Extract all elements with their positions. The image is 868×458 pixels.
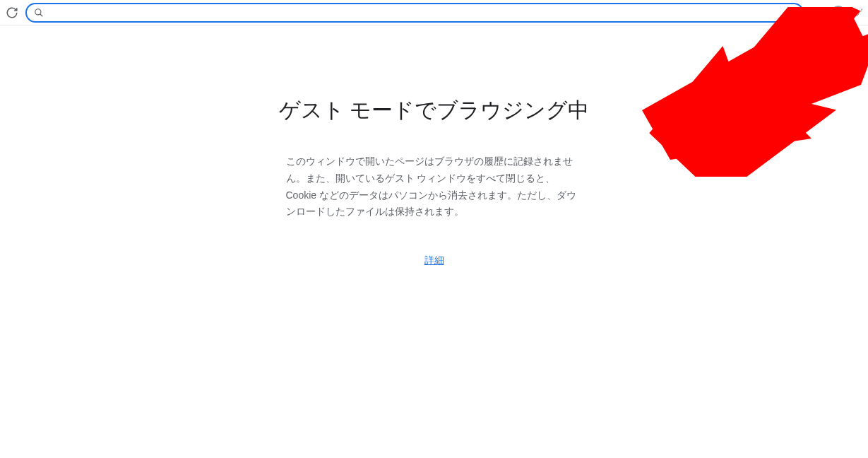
details-link[interactable]: 詳細 bbox=[424, 254, 444, 267]
profile-label: ゲ bbox=[855, 7, 862, 18]
page-description: このウィンドウで開いたページはブラウザの履歴に記録されません。また、開いているゲ… bbox=[286, 153, 583, 221]
profile-avatar-icon[interactable] bbox=[831, 5, 846, 20]
text-cursor bbox=[795, 7, 795, 18]
svg-rect-2 bbox=[813, 8, 821, 16]
svg-point-0 bbox=[35, 8, 41, 14]
reload-icon[interactable] bbox=[6, 6, 18, 19]
svg-point-5 bbox=[836, 8, 840, 13]
address-input[interactable] bbox=[49, 7, 793, 18]
svg-line-1 bbox=[40, 13, 43, 16]
address-bar[interactable] bbox=[25, 3, 804, 23]
browser-toolbar: ゲ bbox=[0, 0, 868, 25]
page-title: ゲスト モードでブラウジング中 bbox=[279, 96, 590, 125]
guest-mode-content: ゲスト モードでブラウジング中 このウィンドウで開いたページはブラウザの履歴に記… bbox=[0, 25, 868, 458]
side-panel-icon[interactable] bbox=[811, 6, 824, 19]
search-icon bbox=[34, 8, 44, 18]
